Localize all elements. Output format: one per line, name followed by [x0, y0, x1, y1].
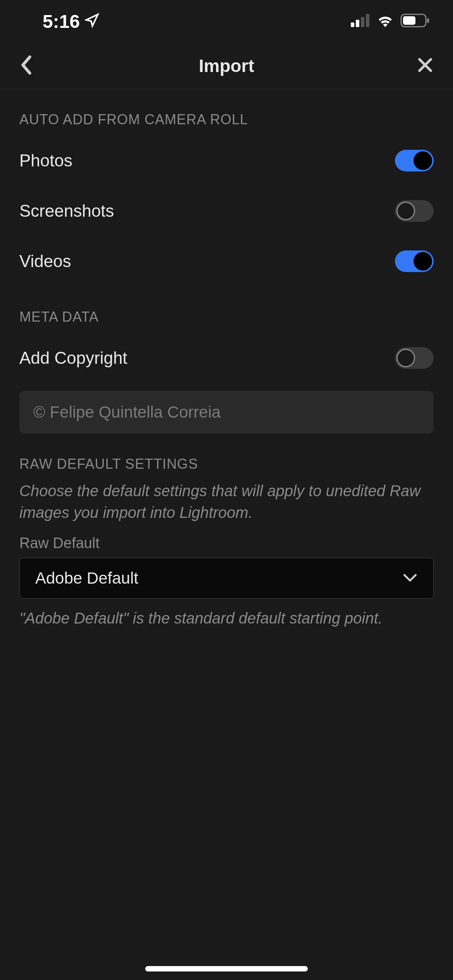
setting-row-screenshots: Screenshots [19, 186, 434, 236]
videos-label: Videos [19, 252, 71, 271]
screenshots-toggle[interactable] [395, 200, 434, 222]
setting-row-photos: Photos [19, 135, 434, 186]
raw-footer-note: "Adobe Default" is the standard default … [19, 610, 434, 627]
page-title: Import [199, 55, 254, 76]
screenshots-label: Screenshots [19, 201, 114, 221]
status-time: 5:16 [43, 11, 80, 32]
status-right [351, 14, 430, 29]
chevron-down-icon [402, 572, 418, 584]
copyright-toggle[interactable] [395, 347, 434, 369]
back-button[interactable] [19, 55, 33, 77]
raw-field-label: Raw Default [19, 535, 434, 552]
svg-rect-2 [361, 17, 364, 27]
raw-default-value: Adobe Default [35, 569, 138, 588]
raw-description: Choose the default settings that will ap… [19, 480, 434, 523]
svg-rect-6 [427, 18, 429, 23]
raw-default-dropdown[interactable]: Adobe Default [19, 558, 434, 599]
wifi-icon [376, 14, 394, 29]
setting-row-copyright: Add Copyright [19, 333, 434, 383]
copyright-label: Add Copyright [19, 348, 127, 368]
section-header-auto-add: AUTO ADD FROM CAMERA ROLL [19, 111, 434, 128]
photos-label: Photos [19, 151, 72, 170]
copyright-input-container [19, 391, 434, 433]
svg-rect-3 [366, 14, 369, 27]
nav-bar: Import [0, 43, 453, 89]
copyright-input[interactable] [19, 391, 434, 433]
svg-rect-5 [403, 16, 415, 25]
svg-rect-1 [356, 20, 359, 27]
close-button[interactable] [417, 57, 434, 75]
home-indicator[interactable] [145, 966, 308, 971]
videos-toggle[interactable] [395, 250, 434, 272]
status-bar: 5:16 [0, 0, 453, 43]
cellular-signal-icon [351, 14, 370, 29]
setting-row-videos: Videos [19, 236, 434, 286]
section-header-raw: RAW DEFAULT SETTINGS [19, 456, 434, 472]
svg-rect-0 [351, 22, 354, 27]
status-left: 5:16 [43, 11, 99, 32]
photos-toggle[interactable] [395, 150, 434, 171]
section-header-metadata: META DATA [19, 309, 434, 325]
battery-icon [400, 14, 430, 29]
location-icon [84, 11, 99, 32]
content: AUTO ADD FROM CAMERA ROLL Photos Screens… [0, 111, 453, 627]
